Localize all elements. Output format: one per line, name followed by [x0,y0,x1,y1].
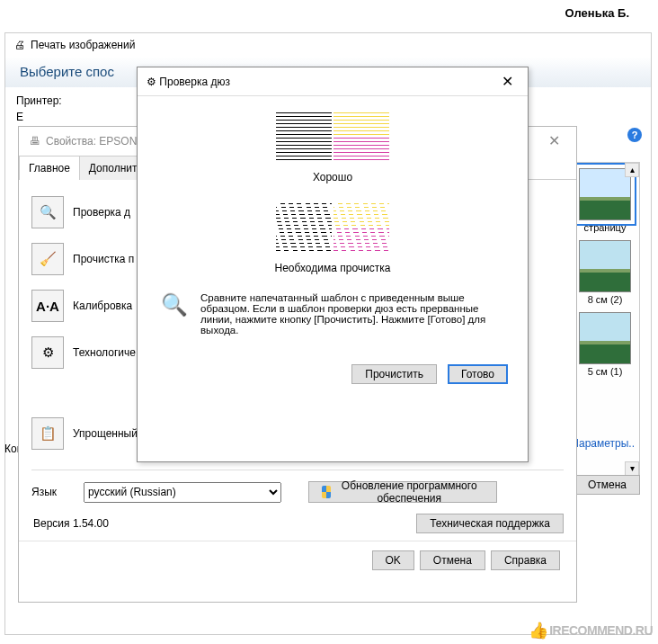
update-software-label: Обновление программного обеспечения [334,479,484,505]
cancel-button[interactable]: Отмена [420,550,485,570]
done-button[interactable]: Готово [448,364,508,384]
good-label: Хорошо [156,171,510,183]
nozzle-dialog-title: Проверка дюз [159,76,230,88]
head-cleaning-icon: 🧹 [31,243,64,275]
thumbnail-full-page[interactable] [579,168,631,220]
layout-thumbnails: ▴ страницу 8 см (2) 5 см (1) ▾ [570,162,640,477]
printer-icon: 🖨 [14,39,25,51]
nozzle-check-icon: 🔍 [31,196,64,228]
version-label: Версия 1.54.00 [19,506,123,541]
nozzle-check-dialog: ⚙ Проверка дюз ✕ Хорошо Необходима прочи… [137,67,529,462]
bad-label: Необходима прочистка [156,262,510,274]
thumbnail-caption-1: страницу [571,222,639,233]
thumbnail-caption-3: 5 см (1) [571,366,639,377]
head-cleaning-label: Прочистка п [73,253,134,265]
clean-button[interactable]: Прочистить [351,364,437,384]
properties-title: Свойства: EPSON [46,135,137,148]
gear-icon: ⚙ [147,76,156,88]
printer-small-icon: 🖶 [30,135,40,148]
thumbnail-5cm[interactable] [579,312,631,364]
help-icon[interactable]: ? [627,128,642,142]
close-icon[interactable]: ✕ [496,73,519,90]
calibration-label: Калибровка [73,300,132,312]
language-label: Язык [31,486,57,498]
user-name: Оленька Б. [565,6,629,20]
scroll-up-icon[interactable]: ▴ [625,163,639,177]
update-software-button[interactable]: Обновление программного обеспечения [308,481,497,503]
magnifier-icon: 🔍 [161,292,191,335]
thumbnail-caption-2: 8 см (2) [571,294,639,305]
nozzle-message: Сравните напечатанный шаблон с приведенн… [200,292,504,335]
shield-icon [322,486,331,498]
simple-mode-icon: 📋 [31,417,64,450]
print-title: Печать изображений [31,39,135,51]
cancel-button-outer[interactable]: Отмена [574,475,640,495]
watermark: 👍IRECOMMEND.RU [529,621,653,640]
ok-button[interactable]: OK [372,550,414,570]
simple-mode-label: Упрощенный [73,427,138,440]
support-button[interactable]: Техническая поддержка [416,514,564,533]
thumbnail-8cm[interactable] [579,240,631,292]
good-pattern [276,111,389,160]
close-icon[interactable]: ✕ [543,132,565,149]
language-select[interactable]: русский (Russian) [84,482,281,503]
calibration-icon: A·A [31,290,64,322]
parameters-link[interactable]: Параметры.. [571,437,635,450]
bad-pattern [276,201,389,251]
help-button[interactable]: Справка [491,550,560,570]
nozzle-check-label: Проверка д [73,206,130,219]
tech-icon: ⚙ [31,336,64,369]
tab-main[interactable]: Главное [19,156,80,180]
tech-label: Технологиче [73,346,136,359]
scroll-down-icon[interactable]: ▾ [625,461,639,476]
